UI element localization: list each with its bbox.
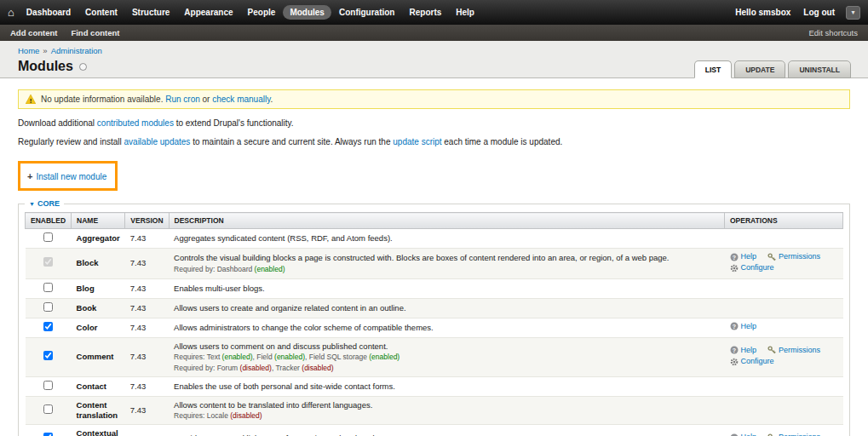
module-description: Controls the visual building blocks a pa… <box>174 253 719 263</box>
help-label: Help <box>741 433 757 436</box>
module-table-header-row: ENABLEDNAMEVERSIONDESCRIPTIONOPERATIONS <box>26 213 843 229</box>
tab-update[interactable]: UPDATE <box>734 60 785 78</box>
available-updates-link[interactable]: available updates <box>124 137 191 146</box>
module-name: Contextual links <box>72 425 125 436</box>
run-cron-link[interactable]: Run cron <box>165 95 200 104</box>
module-enabled-checkbox-aggregator[interactable] <box>43 232 53 242</box>
module-name: Comment <box>72 337 125 376</box>
configure-label: Configure <box>741 263 774 272</box>
dependency-module-name: Dashboard <box>217 265 255 273</box>
intro-paragraphs: Download additional contributed modules … <box>18 118 850 146</box>
module-dependency-line: Required by: Dashboard (enabled) <box>174 265 719 274</box>
breadcrumb-link-home[interactable]: Home <box>18 46 39 55</box>
configure-link[interactable]: Configure <box>730 357 774 366</box>
permissions-label: Permissions <box>779 252 820 261</box>
page-title-help-icon[interactable] <box>79 63 87 71</box>
breadcrumb-link-administration[interactable]: Administration <box>51 46 102 55</box>
shortcut-item-find-content[interactable]: Find content <box>71 28 119 37</box>
module-version: 7.43 <box>125 298 169 318</box>
module-description: Enables multi-user blogs. <box>174 284 719 294</box>
module-description: Allows administrators to change the colo… <box>174 323 719 333</box>
dependency-status-disabled: (disabled) <box>302 364 333 372</box>
page-header: Home»Administration Modules LISTUPDATEUN… <box>0 41 868 78</box>
check-manually-link[interactable]: check manually <box>212 95 270 104</box>
page-title: Modules <box>18 59 73 74</box>
breadcrumb-separator: » <box>43 46 47 55</box>
toolbar-item-appearance[interactable]: Appearance <box>177 5 239 20</box>
warning-message-text: No update information available. Run cro… <box>41 95 273 104</box>
column-header-description: DESCRIPTION <box>169 213 724 229</box>
user-greeting-link[interactable]: Hello smsbox <box>735 8 790 17</box>
warning-icon: ! <box>26 95 36 104</box>
module-row-aggregator: Aggregator7.43Aggregates syndicated cont… <box>26 229 843 249</box>
module-enabled-checkbox-contextual-links[interactable] <box>43 433 53 436</box>
module-version: 7.43 <box>125 278 169 298</box>
intro-text-segment: Regularly review and install <box>18 137 124 146</box>
module-enabled-checkbox-content-translation[interactable] <box>43 404 53 414</box>
module-enabled-checkbox-color[interactable] <box>43 322 53 331</box>
module-name: Aggregator <box>72 229 125 249</box>
help-link[interactable]: ?Help <box>730 433 757 436</box>
primary-tabs: LISTUPDATEUNINSTALL <box>694 60 851 78</box>
help-link[interactable]: ?Help <box>730 346 757 355</box>
column-header-operations: OPERATIONS <box>725 213 843 229</box>
toolbar-item-structure[interactable]: Structure <box>125 5 176 20</box>
install-new-module-link[interactable]: + Install new module <box>27 172 106 181</box>
tab-uninstall[interactable]: UNINSTALL <box>788 60 851 78</box>
permissions-icon <box>767 253 776 261</box>
help-icon: ? <box>730 322 739 330</box>
module-row-contextual-links: Contextual links7.43Provides contextual … <box>26 425 843 436</box>
module-enabled-checkbox-comment[interactable] <box>43 351 53 360</box>
permissions-link[interactable]: Permissions <box>767 252 820 261</box>
module-version: 7.43 <box>125 318 169 337</box>
configure-icon <box>730 358 739 366</box>
module-table-body: Aggregator7.43Aggregates syndicated cont… <box>26 229 843 436</box>
core-collapse-toggle[interactable]: ▼CORE <box>29 199 60 208</box>
module-version: 7.43 <box>125 376 169 396</box>
toolbar-toggle-button[interactable]: ▾ <box>846 6 860 20</box>
module-name: Block <box>72 248 125 278</box>
dependency-module-name: Field <box>256 353 274 361</box>
toolbar-item-configuration[interactable]: Configuration <box>332 5 402 20</box>
shortcuts-menu: Add contentFind content <box>10 28 119 37</box>
toolbar-item-content[interactable]: Content <box>78 5 124 20</box>
core-legend: ▼CORE <box>25 199 64 208</box>
contributed-modules-link[interactable]: contributed modules <box>97 118 174 128</box>
module-row-comment: Comment7.43Allows users to comment on an… <box>26 337 843 376</box>
update-script-link[interactable]: update script <box>393 137 441 146</box>
module-version: 7.43 <box>125 337 169 376</box>
toolbar-item-reports[interactable]: Reports <box>402 5 448 20</box>
module-enabled-checkbox-book[interactable] <box>43 302 53 312</box>
help-link[interactable]: ?Help <box>730 252 757 261</box>
help-label: Help <box>741 346 757 355</box>
module-description: Allows content to be translated into dif… <box>174 400 719 410</box>
permissions-link[interactable]: Permissions <box>767 433 820 436</box>
warning-text-segment: . <box>270 95 273 104</box>
module-enabled-checkbox-contact[interactable] <box>43 381 53 390</box>
tab-list[interactable]: LIST <box>694 60 732 78</box>
edit-shortcuts-link[interactable]: Edit shortcuts <box>808 28 858 37</box>
help-link[interactable]: ?Help <box>730 322 757 331</box>
core-legend-label: CORE <box>37 199 60 208</box>
toolbar-item-modules[interactable]: Modules <box>283 5 331 20</box>
toolbar-item-people[interactable]: People <box>241 5 283 20</box>
module-version: 7.43 <box>125 396 169 425</box>
module-enabled-checkbox-blog[interactable] <box>43 283 53 292</box>
configure-link[interactable]: Configure <box>730 263 774 272</box>
home-icon[interactable]: ⌂ <box>8 7 14 18</box>
module-name: Content translation <box>72 396 125 425</box>
shortcut-item-add-content[interactable]: Add content <box>10 28 57 37</box>
toolbar-item-dashboard[interactable]: Dashboard <box>20 5 78 20</box>
configure-label: Configure <box>741 357 774 366</box>
toolbar-item-help[interactable]: Help <box>449 5 481 20</box>
module-description: Allows users to comment on and discuss p… <box>174 341 719 352</box>
permissions-link[interactable]: Permissions <box>767 346 820 355</box>
module-name: Contact <box>72 376 125 396</box>
svg-text:!: ! <box>30 97 32 104</box>
module-description: Allows users to create and organize rela… <box>174 303 719 313</box>
chevron-down-icon: ▾ <box>851 9 854 16</box>
dependency-module-name: Field SQL storage <box>309 353 370 361</box>
install-module-highlight: + Install new module <box>18 161 118 191</box>
logout-link[interactable]: Log out <box>803 8 835 17</box>
intro-text-segment: to extend Drupal's functionality. <box>174 118 294 128</box>
